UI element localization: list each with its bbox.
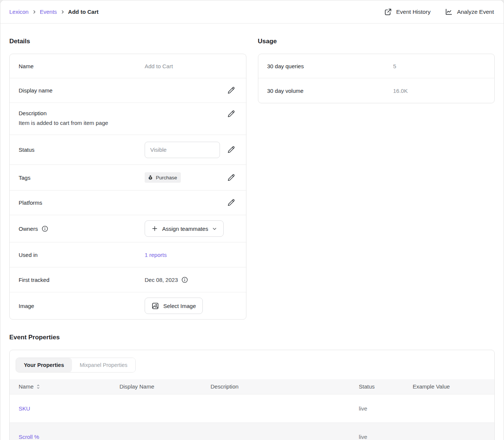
edit-tags-button[interactable] bbox=[226, 173, 236, 183]
event-properties-card: Your Properties Mixpanel Properties Name bbox=[9, 350, 495, 440]
property-display-name bbox=[110, 394, 201, 422]
properties-tabs: Your Properties Mixpanel Properties bbox=[16, 358, 136, 373]
name-value: Add to Cart bbox=[145, 63, 236, 69]
property-description bbox=[202, 422, 350, 440]
property-link-sku[interactable]: SKU bbox=[19, 405, 30, 412]
column-header-display-name: Display Name bbox=[110, 379, 201, 394]
property-link-scroll-percent[interactable]: Scroll % bbox=[19, 434, 39, 440]
detail-row-owners: Owners Assign teammates bbox=[10, 215, 246, 242]
detail-row-used-in: Used in 1 reports bbox=[10, 242, 246, 267]
pencil-icon bbox=[227, 110, 236, 118]
top-bar: Lexicon Events Add to Cart Event History bbox=[0, 0, 504, 23]
plus-icon bbox=[151, 225, 158, 232]
tab-mixpanel-properties[interactable]: Mixpanel Properties bbox=[72, 358, 135, 372]
description-label: Description bbox=[19, 110, 145, 116]
property-display-name bbox=[110, 422, 201, 440]
assign-teammates-label: Assign teammates bbox=[162, 226, 208, 232]
event-history-button[interactable]: Event History bbox=[384, 8, 431, 16]
top-bar-actions: Event History Analyze Event bbox=[384, 8, 494, 16]
volume-value: 16.0K bbox=[393, 88, 485, 94]
queries-label: 30 day queries bbox=[267, 63, 393, 69]
property-description bbox=[202, 394, 350, 422]
status-input[interactable] bbox=[145, 142, 220, 158]
edit-display-name-button[interactable] bbox=[226, 85, 236, 95]
first-tracked-label: First tracked bbox=[19, 277, 145, 283]
usage-row-queries: 30 day queries 5 bbox=[258, 54, 495, 78]
breadcrumb-events[interactable]: Events bbox=[40, 9, 57, 15]
edit-platforms-button[interactable] bbox=[226, 198, 236, 208]
property-status: live bbox=[350, 422, 404, 440]
volume-label: 30 day volume bbox=[267, 88, 393, 94]
detail-row-first-tracked: First tracked Dec 08, 2023 bbox=[10, 267, 246, 292]
table-header-row: Name Display Name Description Status Exa… bbox=[10, 379, 494, 394]
breadcrumb-lexicon[interactable]: Lexicon bbox=[9, 9, 29, 15]
tag-chip-purchase: $ Purchase bbox=[145, 172, 181, 183]
detail-row-image: Image Select Image bbox=[10, 292, 246, 319]
column-header-status: Status bbox=[350, 379, 404, 394]
queries-value: 5 bbox=[393, 63, 485, 69]
external-link-icon bbox=[384, 8, 392, 16]
usage-row-volume: 30 day volume 16.0K bbox=[258, 78, 495, 103]
pencil-icon bbox=[227, 198, 236, 207]
lexicon-event-detail-page: Lexicon Events Add to Cart Event History bbox=[0, 0, 504, 440]
property-status: live bbox=[350, 394, 404, 422]
chevron-down-icon bbox=[212, 226, 217, 231]
breadcrumb: Lexicon Events Add to Cart bbox=[9, 9, 98, 15]
pencil-icon bbox=[227, 173, 236, 182]
status-label: Status bbox=[19, 147, 145, 153]
analyze-event-label: Analyze Event bbox=[457, 9, 494, 15]
main-content: Details Name Add to Cart Display name bbox=[0, 23, 504, 440]
usage-heading: Usage bbox=[258, 38, 495, 45]
description-text: Item is added to cart from item page bbox=[19, 120, 236, 126]
name-label: Name bbox=[19, 63, 145, 69]
owners-label: Owners bbox=[19, 226, 38, 232]
chevron-right-icon bbox=[60, 10, 65, 14]
detail-row-status: Status bbox=[10, 135, 246, 164]
assign-teammates-button[interactable]: Assign teammates bbox=[145, 220, 224, 237]
select-image-label: Select Image bbox=[163, 303, 196, 309]
first-tracked-value: Dec 08, 2023 bbox=[145, 277, 178, 283]
pencil-icon bbox=[227, 145, 236, 154]
used-in-reports-link[interactable]: 1 reports bbox=[145, 252, 167, 258]
breadcrumb-current-event: Add to Cart bbox=[68, 9, 99, 15]
details-heading: Details bbox=[9, 38, 246, 45]
tag-label: Purchase bbox=[156, 175, 177, 180]
used-in-label: Used in bbox=[19, 252, 145, 258]
event-properties-heading: Event Properties bbox=[9, 334, 495, 341]
details-card: Name Add to Cart Display name Descriptio… bbox=[9, 54, 246, 320]
column-header-name[interactable]: Name bbox=[10, 379, 110, 394]
chevron-right-icon bbox=[32, 10, 37, 14]
money-bag-icon: $ bbox=[148, 175, 153, 180]
owners-info-icon[interactable] bbox=[41, 225, 48, 232]
properties-table: Name Display Name Description Status Exa… bbox=[10, 379, 494, 440]
first-tracked-info-icon[interactable] bbox=[181, 276, 188, 283]
detail-row-display-name: Display name bbox=[10, 78, 246, 103]
tags-label: Tags bbox=[19, 175, 145, 181]
detail-row-description: Description Item is added to cart from i… bbox=[10, 103, 246, 135]
property-example-value bbox=[404, 422, 494, 440]
table-row: Scroll % live bbox=[10, 422, 494, 440]
event-history-label: Event History bbox=[396, 9, 431, 15]
image-label: Image bbox=[19, 303, 145, 309]
detail-row-platforms: Platforms bbox=[10, 190, 246, 215]
display-name-label: Display name bbox=[19, 87, 145, 94]
details-section: Details Name Add to Cart Display name bbox=[9, 23, 246, 320]
name-header-label: Name bbox=[19, 383, 34, 390]
pencil-icon bbox=[227, 86, 236, 95]
table-row: SKU live bbox=[10, 394, 494, 422]
image-icon bbox=[151, 302, 159, 310]
select-image-button[interactable]: Select Image bbox=[145, 298, 203, 314]
column-header-example-value: Example Value bbox=[404, 379, 494, 394]
tab-your-properties[interactable]: Your Properties bbox=[16, 358, 72, 372]
platforms-label: Platforms bbox=[19, 199, 145, 206]
usage-section: Usage 30 day queries 5 30 day volume 16.… bbox=[258, 23, 495, 103]
analyze-event-button[interactable]: Analyze Event bbox=[445, 8, 494, 16]
usage-card: 30 day queries 5 30 day volume 16.0K bbox=[258, 54, 495, 103]
detail-row-tags: Tags $ Purchase bbox=[10, 164, 246, 190]
column-header-description: Description bbox=[202, 379, 350, 394]
property-example-value bbox=[404, 394, 494, 422]
detail-row-name: Name Add to Cart bbox=[10, 54, 246, 78]
edit-description-button[interactable] bbox=[226, 109, 236, 119]
edit-status-button[interactable] bbox=[226, 145, 236, 155]
line-chart-icon bbox=[445, 8, 453, 16]
